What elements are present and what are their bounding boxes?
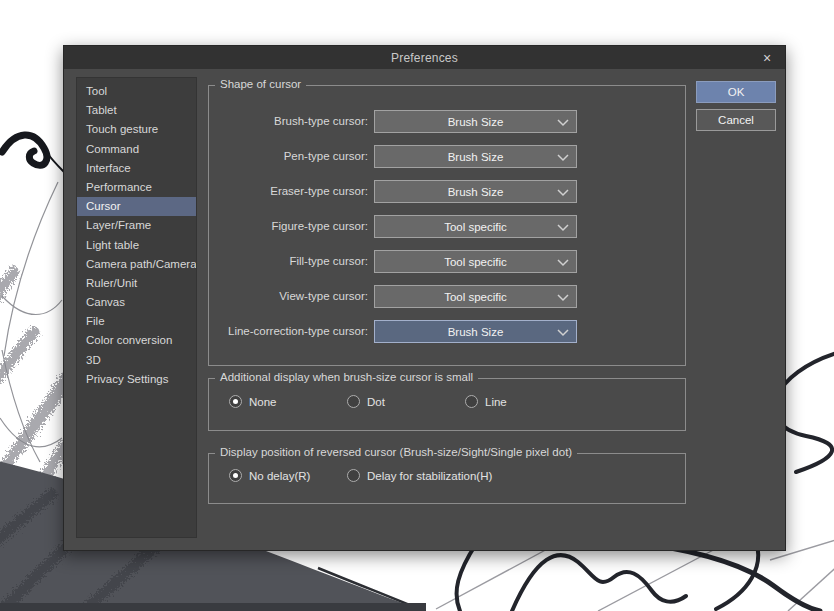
group-legend: Additional display when brush-size curso… [215, 371, 478, 383]
radio-icon [465, 395, 478, 408]
dropdown-value: Brush Size [448, 151, 504, 163]
dropdown-value: Tool specific [444, 291, 507, 303]
view-type-cursor-dropdown[interactable]: Tool specific [374, 285, 577, 308]
sidebar-item-camera-path[interactable]: Camera path/Camera [77, 255, 196, 274]
chevron-down-icon [557, 189, 569, 197]
sidebar-item-command[interactable]: Command [77, 140, 196, 159]
dropdown-value: Tool specific [444, 256, 507, 268]
dropdown-value: Brush Size [448, 116, 504, 128]
view-type-cursor-label: View-type cursor: [209, 285, 368, 308]
brush-type-cursor-label: Brush-type cursor: [209, 110, 368, 133]
cursor-row: Pen-type cursor: Brush Size [209, 145, 685, 168]
cancel-button[interactable]: Cancel [696, 109, 776, 131]
radio-line[interactable]: Line [465, 395, 507, 408]
cursor-row: Line-correction-type cursor: Brush Size [209, 320, 685, 343]
radio-no-delay[interactable]: No delay(R) [229, 469, 310, 482]
sidebar-item-file[interactable]: File [77, 312, 196, 331]
group-legend: Shape of cursor [215, 78, 306, 90]
brush-type-cursor-dropdown[interactable]: Brush Size [374, 110, 577, 133]
figure-type-cursor-dropdown[interactable]: Tool specific [374, 215, 577, 238]
sidebar-item-performance[interactable]: Performance [77, 178, 196, 197]
group-legend: Display position of reversed cursor (Bru… [215, 446, 577, 458]
close-button[interactable]: × [753, 46, 781, 69]
radio-icon [347, 395, 360, 408]
radio-icon [229, 469, 242, 482]
cursor-row: View-type cursor: Tool specific [209, 285, 685, 308]
chevron-down-icon [557, 259, 569, 267]
sidebar-item-light-table[interactable]: Light table [77, 236, 196, 255]
sidebar-item-tablet[interactable]: Tablet [77, 101, 196, 120]
radio-label: None [249, 396, 277, 408]
cursor-row: Fill-type cursor: Tool specific [209, 250, 685, 273]
fill-type-cursor-label: Fill-type cursor: [209, 250, 368, 273]
fill-type-cursor-dropdown[interactable]: Tool specific [374, 250, 577, 273]
shape-of-cursor-group: Shape of cursor Brush-type cursor: Brush… [208, 85, 686, 366]
small-cursor-display-group: Additional display when brush-size curso… [208, 378, 686, 431]
sidebar-item-touch-gesture[interactable]: Touch gesture [77, 120, 196, 139]
radio-label: No delay(R) [249, 470, 310, 482]
line-correction-type-cursor-label: Line-correction-type cursor: [209, 320, 368, 343]
cursor-row: Brush-type cursor: Brush Size [209, 110, 685, 133]
sidebar-item-ruler-unit[interactable]: Ruler/Unit [77, 274, 196, 293]
sidebar-item-color-conversion[interactable]: Color conversion [77, 331, 196, 350]
chevron-down-icon [557, 119, 569, 127]
close-icon: × [763, 50, 771, 66]
radio-label: Line [485, 396, 507, 408]
category-list: Tool Tablet Touch gesture Command Interf… [76, 77, 197, 538]
eraser-type-cursor-label: Eraser-type cursor: [209, 180, 368, 203]
radio-dot[interactable]: Dot [347, 395, 385, 408]
radio-label: Dot [367, 396, 385, 408]
dropdown-value: Brush Size [448, 186, 504, 198]
radio-none[interactable]: None [229, 395, 277, 408]
radio-icon [229, 395, 242, 408]
preferences-dialog: Preferences × Tool Tablet Touch gesture … [63, 45, 786, 551]
sidebar-item-privacy-settings[interactable]: Privacy Settings [77, 370, 196, 389]
sidebar-item-layer-frame[interactable]: Layer/Frame [77, 216, 196, 235]
radio-icon [347, 469, 360, 482]
radio-label: Delay for stabilization(H) [367, 470, 492, 482]
sidebar-item-interface[interactable]: Interface [77, 159, 196, 178]
chevron-down-icon [557, 224, 569, 232]
sidebar-item-3d[interactable]: 3D [77, 351, 196, 370]
sidebar-item-tool[interactable]: Tool [77, 82, 196, 101]
title-bar[interactable]: Preferences [64, 46, 785, 69]
figure-type-cursor-label: Figure-type cursor: [209, 215, 368, 238]
radio-delay-stabilization[interactable]: Delay for stabilization(H) [347, 469, 492, 482]
sidebar-item-canvas[interactable]: Canvas [77, 293, 196, 312]
cursor-row: Figure-type cursor: Tool specific [209, 215, 685, 238]
screen: Preferences × Tool Tablet Touch gesture … [0, 0, 834, 611]
line-correction-type-cursor-dropdown[interactable]: Brush Size [374, 320, 577, 343]
chevron-down-icon [557, 154, 569, 162]
dropdown-value: Brush Size [448, 326, 504, 338]
window-title: Preferences [391, 51, 458, 65]
ok-button[interactable]: OK [696, 81, 776, 103]
reversed-cursor-group: Display position of reversed cursor (Bru… [208, 453, 686, 504]
eraser-type-cursor-dropdown[interactable]: Brush Size [374, 180, 577, 203]
dropdown-value: Tool specific [444, 221, 507, 233]
chevron-down-icon [557, 329, 569, 337]
sidebar-item-cursor[interactable]: Cursor [77, 197, 196, 216]
chevron-down-icon [557, 294, 569, 302]
cursor-row: Eraser-type cursor: Brush Size [209, 180, 685, 203]
pen-type-cursor-dropdown[interactable]: Brush Size [374, 145, 577, 168]
pen-type-cursor-label: Pen-type cursor: [209, 145, 368, 168]
